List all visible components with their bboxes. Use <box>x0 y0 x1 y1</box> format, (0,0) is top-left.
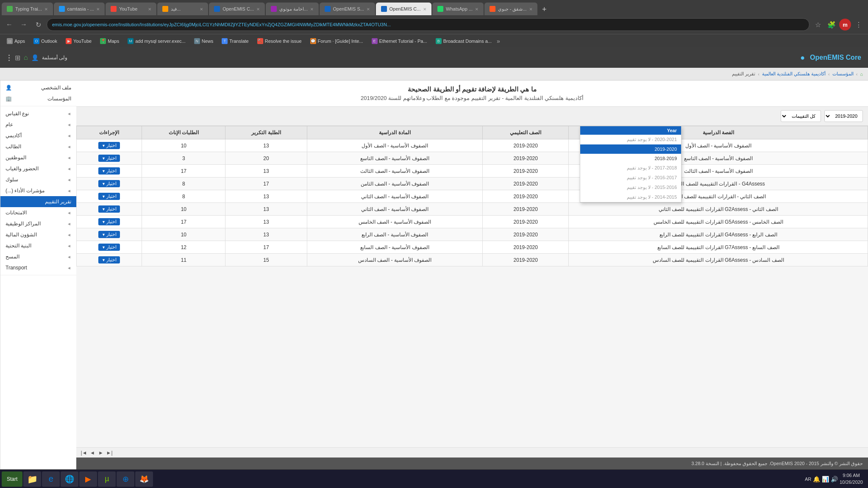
breadcrumb-institutions[interactable]: المؤسسات <box>832 71 854 77</box>
next-page-button[interactable]: ► <box>97 449 105 457</box>
tab-close-btn[interactable]: × <box>367 6 370 12</box>
bookmark-maps[interactable]: 📍 Maps <box>97 36 122 46</box>
bookmark-broadcast[interactable]: B Broadcast Domains a... <box>432 36 495 46</box>
sidebar-item-performance[interactable]: ◄ مؤشرات الأداء (...) <box>0 185 76 196</box>
sidebar-item-assessment-report[interactable]: تقرير التقييم <box>0 196 76 207</box>
extensions-button[interactable]: 🧩 <box>826 19 837 30</box>
bookmark-ethernet[interactable]: E Ethernet Tutorial - Pa... <box>368 36 431 46</box>
bookmark-news[interactable]: N News <box>191 36 217 46</box>
tab-close-btn[interactable]: × <box>256 6 260 12</box>
home-breadcrumb-icon[interactable]: ⌂ <box>860 72 863 77</box>
sidebar-item-behavior[interactable]: ◄ سلوك <box>0 174 76 185</box>
tab-close-btn[interactable]: × <box>148 6 152 12</box>
tab-arabic2[interactable]: اخامة موتوي... × <box>266 3 319 15</box>
year-filter-dropdown[interactable]: 2019-2020 <box>824 110 863 122</box>
tab-arabic3[interactable]: شقق - جبوي... × <box>484 3 538 15</box>
cell-action[interactable]: اختيار <box>77 216 142 228</box>
select-button[interactable]: اختيار <box>98 155 120 162</box>
taskbar-media[interactable]: ▶ <box>79 471 97 487</box>
cell-action[interactable]: اختيار <box>77 165 142 177</box>
grid-icon[interactable]: ⊞ <box>15 54 20 62</box>
assessment-filter-dropdown[interactable]: كل التقييمات <box>781 110 821 122</box>
cell-action[interactable]: اختيار <box>77 228 142 241</box>
tab-arabic1[interactable]: فيد... × <box>157 3 208 15</box>
select-button[interactable]: اختيار <box>98 180 120 187</box>
select-button[interactable]: اختيار <box>98 167 120 175</box>
tab-openemis3-active[interactable]: OpenEMIS C... × <box>376 3 432 15</box>
dropdown-item-2016-2017[interactable]: 2016-2017 - لا يوجد تقييم <box>580 173 681 183</box>
sidebar-item-survey[interactable]: ◄ المسح <box>0 251 76 262</box>
hamburger-menu[interactable] <box>7 53 11 63</box>
tab-typing-trainer[interactable]: Typing Trai... × <box>2 3 53 15</box>
taskbar-ie[interactable]: e <box>42 471 60 487</box>
home-icon[interactable]: ⌂ <box>24 54 28 61</box>
address-bar[interactable]: emis.moe.gov.jo/openemis-core/Institutio… <box>47 18 810 31</box>
select-button[interactable]: اختيار <box>98 231 120 238</box>
taskbar-edge[interactable]: ⊕ <box>117 471 134 487</box>
dropdown-item-2014-2015[interactable]: 2014-2015 - لا يوجد تقييم <box>580 192 681 202</box>
taskbar-utorrent[interactable]: µ <box>98 471 116 487</box>
tab-openemis1[interactable]: OpenEMIS C... × <box>209 3 265 15</box>
sidebar-item-student[interactable]: ◄ الطالب <box>0 141 76 152</box>
prev-page-button[interactable]: ◄ <box>88 449 97 457</box>
select-button[interactable]: اختيار <box>98 244 120 251</box>
last-page-button[interactable]: ►| <box>105 449 114 457</box>
cell-action[interactable]: اختيار <box>77 203 142 216</box>
sidebar-item-general[interactable]: ◄ عام <box>0 119 76 130</box>
tab-openemis2[interactable]: OpenEMIS S... × <box>320 3 375 15</box>
sidebar-item-academic[interactable]: ◄ أكاديمي <box>0 130 76 141</box>
taskbar-chrome[interactable]: 🌐 <box>61 471 78 487</box>
sidebar-item-measurement-type[interactable]: ◄ نوع القياس <box>0 108 76 119</box>
dropdown-item-2020-2021[interactable]: 2020-2021 - لا يوجد تقييم <box>580 135 681 144</box>
tab-close-btn[interactable]: × <box>200 6 203 12</box>
bookmark-outlook[interactable]: O Outlook <box>30 36 61 46</box>
dropdown-item-2017-2018[interactable]: 2017-2018 - لا يوجد تقييم <box>580 163 681 173</box>
sidebar-item-exams[interactable]: ◄ الامتحانات <box>0 207 76 218</box>
tab-close-btn[interactable]: × <box>529 6 533 12</box>
sidebar-item-institutions[interactable]: المؤسسات 🏢 <box>0 93 76 104</box>
bookmark-apps[interactable]: ⚏ Apps <box>3 36 28 46</box>
tab-close-btn[interactable]: × <box>310 6 314 12</box>
tab-camtasia[interactable]: camtasia - ... × <box>54 3 105 15</box>
dropdown-item-2019-2020[interactable]: 2019-2020 <box>580 144 681 154</box>
select-button[interactable]: اختيار <box>98 193 120 200</box>
reload-button[interactable]: ↻ <box>32 19 44 30</box>
bookmark-star-button[interactable]: ☆ <box>812 19 824 30</box>
sidebar-item-profile[interactable]: ملف الشخصي 👤 <box>0 82 76 93</box>
bookmark-youtube[interactable]: ▶ YouTube <box>62 36 95 46</box>
sidebar-item-transport[interactable]: ◄ Transport <box>0 262 76 273</box>
bookmark-forum[interactable]: 💬 Forum · [Guide] Inte... <box>307 36 367 46</box>
sidebar-item-infrastructure[interactable]: ◄ البنية التحتية <box>0 240 76 251</box>
tab-whatsapp[interactable]: WhatsApp ... × <box>432 3 484 15</box>
bookmark-resolve[interactable]: 🔨 Resolve the issue <box>254 36 305 46</box>
cell-action[interactable]: اختيار <box>77 190 142 203</box>
back-button[interactable]: ← <box>3 19 15 30</box>
cell-action[interactable]: اختيار <box>77 254 142 266</box>
breadcrumb-academy[interactable]: أكاديمية هلسنكي الفنلندية العالمية <box>762 71 826 77</box>
tab-close-btn[interactable]: × <box>45 6 48 12</box>
dropdown-item-2018-2019[interactable]: 2018-2019 <box>580 154 681 163</box>
start-button[interactable]: Start <box>2 471 22 487</box>
cell-action[interactable]: اختيار <box>77 139 142 152</box>
taskbar-firefox[interactable]: 🦊 <box>135 471 153 487</box>
select-button[interactable]: اختيار <box>98 205 120 213</box>
bookmarks-more[interactable]: » <box>497 38 500 44</box>
tab-close-btn[interactable]: × <box>423 6 427 12</box>
sidebar-item-employees[interactable]: ◄ الموظفين <box>0 152 76 163</box>
sidebar-item-job-centers[interactable]: ◄ المراكز الوظيفية <box>0 218 76 229</box>
sidebar-item-attendance[interactable]: ◄ الحضور والغياب <box>0 163 76 174</box>
tab-close-btn[interactable]: × <box>97 6 100 12</box>
cell-action[interactable]: اختيار <box>77 241 142 254</box>
taskbar-folder[interactable]: 📁 <box>23 471 41 487</box>
cell-action[interactable]: اختيار <box>77 152 142 165</box>
select-button[interactable]: اختيار <box>98 218 120 225</box>
sidebar-item-finance[interactable]: ◄ الشؤون المالية <box>0 229 76 240</box>
bookmark-translate[interactable]: T Translate <box>218 36 252 46</box>
profile-button[interactable]: m <box>839 19 851 30</box>
cell-action[interactable]: اختيار <box>77 177 142 190</box>
select-button[interactable]: اختيار <box>98 256 120 263</box>
new-tab-button[interactable]: + <box>538 3 550 15</box>
menu-button[interactable]: ⋮ <box>853 19 865 30</box>
bookmark-mysql[interactable]: M add mysql server.exec... <box>124 36 189 46</box>
forward-button[interactable]: → <box>18 19 30 30</box>
